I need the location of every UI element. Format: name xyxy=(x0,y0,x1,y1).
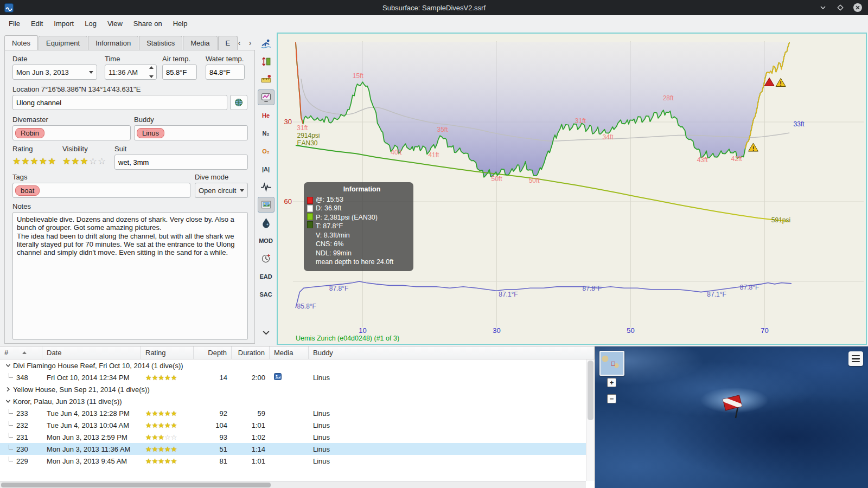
visibility-star-4[interactable]: ☆ xyxy=(89,157,97,166)
subsurface-window: Subsurface: SampleDivesV2.ssrf FileEditI… xyxy=(0,0,868,488)
date-combobox[interactable]: Mon Jun 3, 2013 xyxy=(12,65,97,80)
dive-row-231[interactable]: 231Mon Jun 3, 2013 2:59 PM★★★☆☆931:02Lin… xyxy=(0,431,586,443)
menu-share-on[interactable]: Share on xyxy=(128,17,168,30)
expand-icon[interactable] xyxy=(4,387,12,392)
trip-row[interactable]: Koror, Palau, Jun 2013 (11 dive(s)) xyxy=(0,395,586,407)
dive-site-flag-icon[interactable] xyxy=(721,391,750,423)
profile-toolbar-ruler-button[interactable] xyxy=(258,72,275,87)
profile-toolbar-mod-button[interactable]: MOD xyxy=(258,233,275,248)
profile-toolbar-pp-he-button[interactable]: He xyxy=(258,107,275,123)
tab-scroll-left-icon[interactable]: ‹ xyxy=(235,38,243,48)
spin-up-icon[interactable] xyxy=(149,66,154,69)
dive-row-233[interactable]: 233Tue Jun 4, 2013 12:28 PM★★★★★9259Linu… xyxy=(0,407,586,419)
svg-text:87.8°F: 87.8°F xyxy=(329,285,348,292)
spin-down-icon[interactable] xyxy=(149,75,154,78)
notes-label: Notes xyxy=(12,202,248,210)
tab-scroll-right-icon[interactable]: › xyxy=(246,38,254,48)
map-menu-button[interactable] xyxy=(848,351,863,366)
column-header-media[interactable]: Media xyxy=(270,346,309,359)
horizontal-scrollbar[interactable] xyxy=(0,481,586,488)
close-button[interactable] xyxy=(853,3,863,12)
vertical-scrollbar-thumb[interactable] xyxy=(588,361,593,420)
map-panel[interactable]: + − xyxy=(595,346,868,488)
column-header-date[interactable]: Date xyxy=(42,346,141,359)
globe-button[interactable] xyxy=(230,95,247,110)
tab-e[interactable]: E xyxy=(218,36,238,50)
profile-toolbar-pp-o2-button[interactable]: O₂ xyxy=(258,143,275,159)
map-zoom-out-button[interactable]: − xyxy=(607,394,616,403)
column-header-rating[interactable]: Rating xyxy=(141,346,194,359)
menu-log[interactable]: Log xyxy=(79,17,102,30)
dive-mode-combobox[interactable]: Open circuit xyxy=(195,183,248,198)
vertical-scrollbar[interactable] xyxy=(586,359,595,481)
dive-row-232[interactable]: 232Tue Jun 4, 2013 10:04 AM★★★★★1041:01L… xyxy=(0,419,586,431)
window-title: Subsurface: SampleDivesV2.ssrf xyxy=(0,4,868,12)
menu-help[interactable]: Help xyxy=(168,17,193,30)
profile-toolbar-pp-n2-button[interactable]: N₂ xyxy=(258,125,275,141)
map-inset-viewport xyxy=(611,362,615,365)
dive-row-229[interactable]: 229Mon Jun 3, 2013 9:45 AM★★★★★811:01Lin… xyxy=(0,455,586,467)
tags-field[interactable]: boat xyxy=(12,183,190,198)
column-header-duration[interactable]: Duration xyxy=(232,346,270,359)
menu-file[interactable]: File xyxy=(3,17,25,30)
profile-toolbar-sac-button[interactable]: SAC xyxy=(258,286,275,302)
visibility-star-5[interactable]: ☆ xyxy=(98,157,106,166)
media-photo-icon[interactable] xyxy=(274,374,282,382)
visibility-star-2[interactable]: ★ xyxy=(71,157,79,166)
air-temp-field[interactable] xyxy=(162,65,197,80)
tab-information[interactable]: Information xyxy=(88,36,138,50)
trip-row[interactable]: Yellow House, Sun Sep 21, 2014 (1 dive(s… xyxy=(0,383,586,395)
maximize-button[interactable] xyxy=(835,3,845,12)
column-header-[interactable]: # xyxy=(0,346,42,359)
tab-equipment[interactable]: Equipment xyxy=(39,36,87,50)
column-header-buddy[interactable]: Buddy xyxy=(309,346,595,359)
rating-star-1[interactable]: ★ xyxy=(12,157,21,166)
divemaster-field[interactable]: Robin xyxy=(12,125,131,140)
dive-profile-panel[interactable]: 31ft15ft40ft41ft35ft50ft50ft31ft34ft28ft… xyxy=(277,33,867,345)
notes-textarea[interactable] xyxy=(12,212,248,340)
column-header-depth[interactable]: Depth xyxy=(194,346,232,359)
dive-row-230[interactable]: 230Mon Jun 3, 2013 11:36 AM★★★★★511:14Li… xyxy=(0,443,586,455)
profile-toolbar-dive-computer-button[interactable] xyxy=(258,36,275,52)
collapse-icon[interactable] xyxy=(4,399,12,404)
menu-import[interactable]: Import xyxy=(48,17,79,30)
rating-star-3[interactable]: ★ xyxy=(30,157,39,166)
profile-toolbar-tissues-button[interactable] xyxy=(258,215,275,230)
water-temp-field[interactable] xyxy=(206,65,245,80)
profile-toolbar-heart-rate-button[interactable] xyxy=(258,179,275,195)
trip-label: Koror, Palau, Jun 2013 (11 dive(s)) xyxy=(13,397,122,406)
rating-stars[interactable]: ★★★★★ xyxy=(12,155,62,168)
visibility-star-3[interactable]: ★ xyxy=(80,157,88,166)
map-zoom-in-button[interactable]: + xyxy=(607,378,616,387)
svg-text:30: 30 xyxy=(284,118,292,126)
profile-toolbar-dive-time-button[interactable] xyxy=(258,251,275,266)
location-input[interactable] xyxy=(12,95,227,110)
profile-toolbar-ead-button[interactable]: EAD xyxy=(258,268,275,284)
buddy-field[interactable]: Linus xyxy=(134,125,248,140)
profile-toolbar-scale-button[interactable] xyxy=(258,54,275,69)
map-overview-inset[interactable] xyxy=(599,351,624,376)
profile-toolbar-photos-button[interactable] xyxy=(258,197,275,213)
dive-list-header: #DateRatingDepthDurationMediaBuddy xyxy=(0,346,595,359)
rating-star-2[interactable]: ★ xyxy=(21,157,29,166)
profile-toolbar-ceiling-button[interactable]: |A| xyxy=(258,161,275,177)
tab-statistics[interactable]: Statistics xyxy=(139,36,182,50)
visibility-stars[interactable]: ★★★☆☆ xyxy=(62,155,114,168)
rating-star-4[interactable]: ★ xyxy=(39,157,47,166)
minimize-button[interactable] xyxy=(818,3,828,12)
profile-toolbar-show-dc-info-button[interactable] xyxy=(258,89,275,105)
suit-field[interactable] xyxy=(114,155,248,170)
trip-row[interactable]: Divi Flamingo House Reef, Fri Oct 10, 20… xyxy=(0,359,586,371)
menu-view[interactable]: View xyxy=(102,17,128,30)
visibility-star-1[interactable]: ★ xyxy=(62,157,71,166)
profile-toolbar-more-icon[interactable] xyxy=(258,325,275,341)
tab-notes[interactable]: Notes xyxy=(4,35,38,50)
tab-media[interactable]: Media xyxy=(183,36,217,50)
buddy-label: Buddy xyxy=(134,115,248,124)
menu-edit[interactable]: Edit xyxy=(25,17,48,30)
dive-row-348[interactable]: 348Fri Oct 10, 2014 12:34 PM★★★★★142:00L… xyxy=(0,371,586,383)
rating-star-5[interactable]: ★ xyxy=(48,157,56,166)
horizontal-scrollbar-thumb[interactable] xyxy=(1,483,271,487)
collapse-icon[interactable] xyxy=(4,363,12,368)
time-spinner[interactable]: 11:36 AM xyxy=(105,65,157,80)
